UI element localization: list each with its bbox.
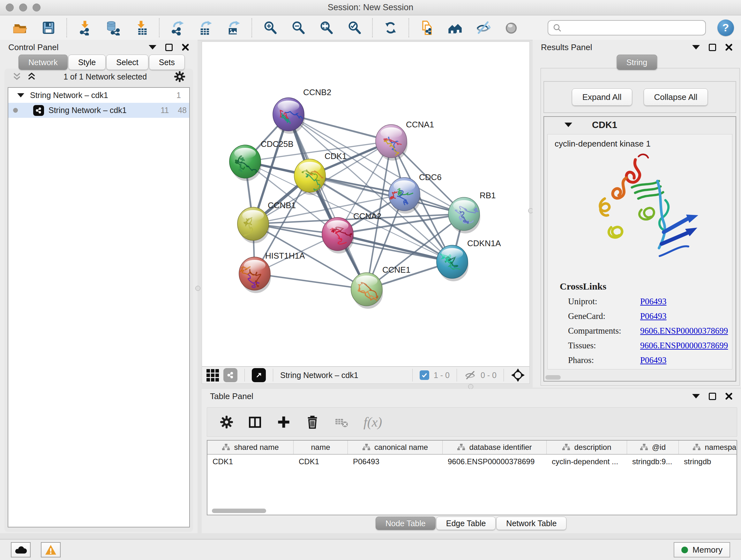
tab-network[interactable]: Network [18,55,68,70]
network-collection-row[interactable]: String Network – cdk1 1 [8,88,189,103]
tab-style[interactable]: Style [68,55,106,70]
expand-all-button[interactable]: Expand All [572,88,632,106]
selected-items-checkbox[interactable] [420,370,429,380]
float-panel-icon[interactable] [709,44,716,51]
tab-edge-table[interactable]: Edge Table [436,516,496,530]
float-panel-icon[interactable] [165,44,173,51]
warnings-button[interactable] [41,542,61,557]
crosslink-link[interactable]: 9606.ENSP00000378699 [640,326,728,336]
collapse-gene-icon[interactable] [564,123,572,127]
panel-menu-icon[interactable] [149,45,156,50]
open-file-button[interactable] [11,18,29,37]
gear-icon[interactable] [174,71,185,82]
network-node[interactable]: HIST1H1A [239,251,305,293]
collapse-all-button[interactable]: Collapse All [644,88,708,106]
show-all-button[interactable] [502,18,520,37]
tree-expand-icon[interactable] [17,93,24,98]
column-header-database-identifier[interactable]: database identifier [443,441,547,454]
zoom-in-button[interactable] [261,18,279,37]
crosslink-link[interactable]: 9606.ENSP00000378699 [640,341,728,351]
search-input[interactable] [562,23,701,32]
close-panel-icon[interactable] [725,392,733,400]
export-network-button[interactable] [169,18,186,37]
network-graph[interactable]: CCNB2CCNA1CDC25BCDK1CDC6RB1CCNB1CCNA2CDK… [202,42,529,366]
left-splitter-handle[interactable] [195,286,200,291]
column-header-namespace[interactable]: namespace [679,441,737,454]
add-column-icon[interactable] [277,415,291,429]
expand-all-tree-icon[interactable] [27,72,37,81]
column-header-shared-name[interactable]: shared name [207,441,293,454]
show-columns-icon[interactable] [248,415,262,429]
panel-menu-icon[interactable] [692,394,700,398]
crosslink-label: Tissues: [560,341,640,351]
table-cell: P06493 [348,457,443,466]
minimize-window-button[interactable] [19,3,27,11]
share-icon [226,371,234,379]
horizontal-splitter-handle[interactable] [468,384,473,389]
table-hscrollbar-thumb[interactable] [212,509,266,513]
delete-table-icon[interactable] [334,416,349,428]
first-neighbors-button[interactable] [446,18,464,37]
search-box[interactable] [548,20,706,36]
crosslink-link[interactable]: P06493 [640,311,667,321]
panel-menu-icon[interactable] [692,45,700,50]
birds-eye-view-icon[interactable] [511,368,525,382]
refresh-button[interactable] [382,18,400,37]
maximize-window-button[interactable] [32,3,41,11]
import-table-file-button[interactable] [132,18,150,37]
column-header-name[interactable]: name [293,441,348,454]
network-edge[interactable] [255,273,367,289]
delete-column-icon[interactable] [306,415,320,429]
network-overview-button[interactable] [223,368,238,382]
export-network-icon [170,20,185,36]
show-grid-icon[interactable] [206,369,219,381]
collapse-all-tree-icon[interactable] [12,72,22,81]
crosslinks-title: CrossLinks [560,281,732,292]
import-network-database-button[interactable] [104,18,122,37]
crosslink-link[interactable]: P06493 [640,355,667,365]
zoom-selected-button[interactable] [345,18,363,37]
close-window-button[interactable] [6,3,14,11]
network-node[interactable]: RB1 [448,191,496,233]
crosslink-link[interactable]: P06493 [640,297,667,307]
network-node[interactable]: CDKN1A [436,239,501,281]
tab-network-table[interactable]: Network Table [496,516,566,530]
export-table-button[interactable] [197,18,214,37]
zoom-fit-button[interactable] [317,18,335,37]
network-row-selected[interactable]: String Network – cdk1 11 48 [8,103,189,118]
table-row[interactable]: CDK1CDK1P064939606.ENSP00000378699cyclin… [207,455,737,469]
column-header-description[interactable]: description [547,441,627,454]
network-node[interactable]: CCNE1 [351,265,410,309]
column-source-icon [457,443,465,451]
node-label: CCNE1 [382,265,410,274]
zoom-out-icon [290,20,306,36]
refresh-icon [383,20,398,36]
cloud-button[interactable] [11,542,30,557]
results-scrollbar-thumb[interactable] [545,375,561,380]
zoom-out-button[interactable] [289,18,307,37]
tab-node-table[interactable]: Node Table [376,516,435,530]
hide-selected-button[interactable] [474,18,492,37]
import-network-file-button[interactable] [76,18,94,37]
tab-select[interactable]: Select [106,55,148,70]
close-panel-icon[interactable] [725,44,733,51]
save-session-button[interactable] [40,18,57,37]
open-in-new-window-button[interactable] [252,368,266,382]
network-node[interactable]: CCNB2 [273,87,331,134]
network-node[interactable]: CDK1 [294,151,347,195]
network-view-canvas[interactable]: CCNB2CCNA1CDC25BCDK1CDC6RB1CCNB1CCNA2CDK… [202,42,530,367]
crosslink-row: Pharos:P06493 [560,355,732,365]
close-panel-icon[interactable] [182,44,189,51]
tab-sets[interactable]: Sets [149,55,185,70]
export-image-button[interactable] [225,18,243,37]
network-node[interactable]: CDC6 [389,172,442,213]
float-panel-icon[interactable] [709,393,716,400]
column-header-canonical-name[interactable]: canonical name [348,441,443,454]
memory-button[interactable]: Memory [674,542,730,557]
clone-network-button[interactable] [418,18,436,37]
table-settings-gear-icon[interactable] [220,415,233,429]
help-button[interactable]: ? [718,19,734,36]
tab-string[interactable]: String [616,55,657,70]
column-header-id[interactable]: @id [627,441,679,454]
gene-card-header[interactable]: CDK1 [544,117,736,133]
